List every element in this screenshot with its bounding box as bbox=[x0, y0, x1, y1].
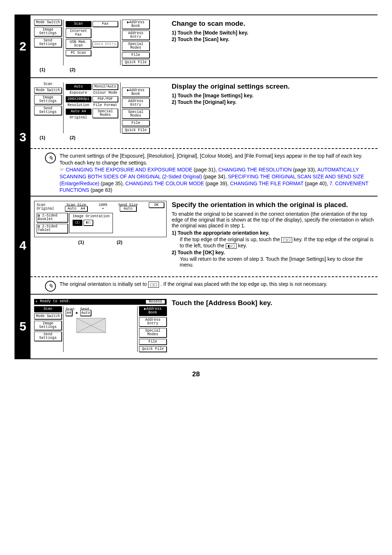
ok-key[interactable]: OK bbox=[149, 202, 164, 208]
lcd-panel-step4: ScanOriginal Scan SizeAuto A4 100%➡ Send… bbox=[34, 201, 167, 237]
step4-title: Specify the orientation in which the ori… bbox=[172, 201, 374, 209]
callout-1: (1) bbox=[34, 135, 51, 140]
mode-switch-key[interactable]: Mode Switch bbox=[34, 313, 62, 319]
xref-link[interactable]: CHANGING THE COLOUR MODE bbox=[125, 181, 204, 186]
orientation-left-key[interactable]: ◐▢ bbox=[83, 220, 93, 226]
xref-link[interactable]: CHANGING THE FILE FORMAT bbox=[230, 181, 303, 186]
step2-title: Change to scan mode. bbox=[172, 20, 374, 28]
step4-intro: To enable the original to be scanned in … bbox=[172, 211, 374, 228]
callout-2: (2) bbox=[51, 67, 94, 72]
xref-link[interactable]: CHANGING THE EXPOSURE AND EXPOSURE MODE bbox=[66, 167, 192, 173]
file-format-key[interactable]: PDF/PDF bbox=[93, 96, 118, 102]
colour-mode-key[interactable]: Mono2/Auto bbox=[93, 84, 118, 90]
callout-1: (1) bbox=[34, 67, 51, 72]
send-settings-key[interactable]: Send Settings bbox=[34, 106, 62, 115]
scan-size-key[interactable]: A4 bbox=[66, 310, 72, 316]
usb-scan-key[interactable]: USB Mem. Scan bbox=[66, 39, 91, 49]
special-modes-key[interactable]: Special Modes bbox=[122, 109, 150, 119]
pc-scan-key[interactable]: PC Scan bbox=[66, 50, 91, 56]
scan-size-key[interactable]: Auto A4 bbox=[65, 206, 87, 211]
page-number: 28 bbox=[15, 370, 377, 378]
step4-note: ✎ The original orientation is initially … bbox=[30, 280, 377, 294]
send-size-key[interactable]: Auto bbox=[80, 310, 91, 316]
scan-key[interactable]: Scan bbox=[66, 21, 91, 27]
note-text: The current settings of the [Exposure], … bbox=[60, 153, 363, 166]
step3-note: ✎ The current settings of the [Exposure]… bbox=[30, 152, 377, 196]
step4-bullet2-detail: You will return to the screen of step 3.… bbox=[180, 256, 374, 268]
image-settings-key[interactable]: Image Settings bbox=[34, 27, 62, 36]
resolution-key[interactable]: 200X200dpi bbox=[66, 96, 91, 102]
step4-bullet2: 2) Touch the [OK] key. bbox=[172, 250, 374, 255]
special-modes-key[interactable]: Special Modes bbox=[122, 41, 150, 51]
step-number: 4 bbox=[15, 197, 30, 294]
step3-bullet1: 1) Touch the [Image Settings] key. bbox=[172, 93, 374, 98]
step-4: 4 ScanOriginal Scan SizeAuto A4 100%➡ Se… bbox=[15, 196, 377, 294]
lcd-panel-step5: ▸ Ready to send. Resend Scan Mode Switch… bbox=[34, 299, 167, 352]
address-entry-key[interactable]: Address Entry bbox=[122, 31, 150, 40]
special-modes-key[interactable]: Special Modes bbox=[139, 328, 167, 337]
step2-bullet2: 2) Touch the [Scan] key. bbox=[172, 36, 374, 42]
image-settings-key[interactable]: Image Settings bbox=[34, 321, 62, 330]
fax-key[interactable]: Fax bbox=[93, 21, 118, 27]
file-key[interactable]: File bbox=[139, 339, 167, 345]
pointer-icon: ☞ bbox=[60, 167, 64, 173]
orientation-top-icon: ▢▢ bbox=[148, 281, 159, 288]
original-key[interactable]: Auto A4 bbox=[66, 109, 91, 114]
lcd-panel-step2: Mode Switch Image Settings Send Settings… bbox=[34, 20, 167, 65]
address-book-key[interactable]: ▶Address Book bbox=[139, 306, 167, 316]
exposure-key[interactable]: Auto bbox=[66, 84, 91, 90]
mode-switch-key[interactable]: Mode Switch bbox=[34, 88, 62, 93]
orientation-top-key[interactable]: ▢▢ bbox=[73, 220, 82, 226]
callout-2: (2) bbox=[117, 239, 123, 245]
special-modes-key[interactable]: Special Modes bbox=[93, 109, 118, 118]
note-icon: ✎ bbox=[45, 281, 56, 292]
step3-bullet2: 2) Touch the [Original] key. bbox=[172, 99, 374, 105]
step-number: 5 bbox=[15, 295, 30, 358]
send-settings-key[interactable]: Send Settings bbox=[34, 38, 62, 47]
quick-file-key[interactable]: Quick File bbox=[122, 60, 150, 65]
file-key[interactable]: File bbox=[122, 52, 150, 58]
step3-title: Display the original settings screen. bbox=[172, 82, 374, 90]
orientation-top-icon: ▢▢ bbox=[281, 237, 292, 243]
resend-key[interactable]: Resend bbox=[146, 300, 165, 304]
note-icon: ✎ bbox=[45, 153, 56, 163]
address-entry-key[interactable]: Address Entry bbox=[122, 98, 150, 108]
send-size-key[interactable]: Auto bbox=[120, 206, 136, 211]
step-number: 2 bbox=[15, 15, 30, 77]
file-key[interactable]: File bbox=[122, 120, 150, 126]
orientation-left-icon: ◐▢ bbox=[226, 243, 237, 249]
two-sided-tablet-key[interactable]: ▤ 2-Sided Tablet bbox=[37, 224, 68, 233]
xref-link[interactable]: CHANGING THE RESOLUTION bbox=[219, 167, 292, 173]
lcd-panel-step3: Scan Mode Switch Image Settings Send Set… bbox=[34, 82, 167, 133]
address-book-key[interactable]: ▶Address Book bbox=[122, 88, 150, 97]
quick-file-key[interactable]: Quick File bbox=[139, 346, 167, 352]
step4-bullet1: 1) Touch the appropriate orientation key… bbox=[172, 230, 374, 236]
send-settings-key[interactable]: Send Settings bbox=[34, 332, 62, 341]
preview-image-icon bbox=[66, 316, 117, 335]
address-entry-key[interactable]: Address Entry bbox=[139, 317, 167, 327]
image-settings-key[interactable]: Image Settings bbox=[34, 95, 62, 104]
callout-1: (1) bbox=[78, 239, 84, 245]
data-entry-key[interactable]: Data Entry bbox=[93, 41, 118, 47]
step5-title: Touch the [Address Book] key. bbox=[172, 299, 374, 307]
mode-switch-key[interactable]: Mode Switch bbox=[34, 20, 62, 25]
address-book-key[interactable]: ▶Address Book bbox=[122, 20, 150, 29]
step-5: 5 ▸ Ready to send. Resend Scan Mode Swit… bbox=[15, 294, 377, 359]
internet-fax-key[interactable]: Internet Fax bbox=[66, 28, 91, 38]
callout-2: (2) bbox=[51, 135, 94, 140]
step-3: 3 Scan Mode Switch Image Settings Send S… bbox=[15, 77, 377, 196]
quick-file-key[interactable]: Quick File bbox=[122, 127, 150, 133]
two-sided-booklet-key[interactable]: ▥ 2-Sided Booklet bbox=[37, 213, 68, 222]
step4-bullet1-detail: If the top edge of the original is up, t… bbox=[180, 236, 374, 249]
step2-bullet1: 1) Touch the [Mode Switch] key. bbox=[172, 30, 374, 36]
step-number: 3 bbox=[15, 78, 30, 196]
step-2: 2 Mode Switch Image Settings Send Settin… bbox=[15, 15, 377, 77]
